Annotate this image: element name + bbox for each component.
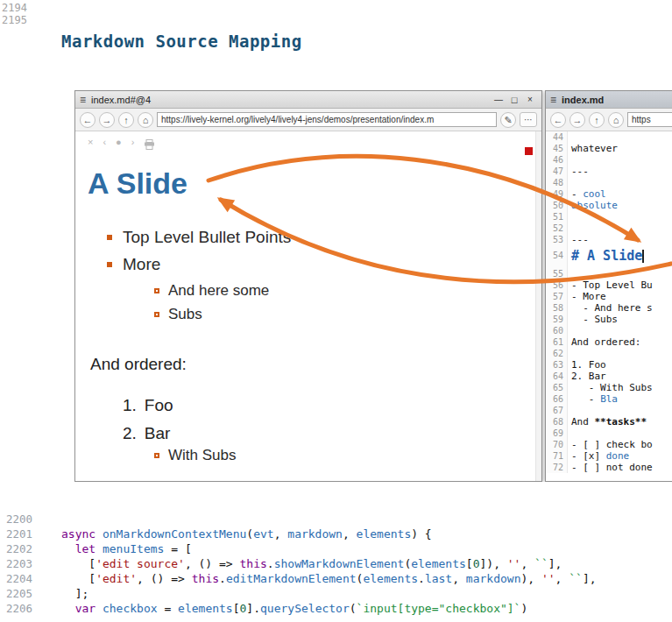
back-button[interactable]: ←: [550, 112, 566, 128]
line-content: var checkbox = elements[0].querySelector…: [32, 601, 527, 616]
line-content: [568, 211, 571, 223]
bullet-square-icon: [107, 235, 112, 240]
presentation-control-icon[interactable]: ●: [116, 137, 122, 147]
home-button[interactable]: ⌂: [138, 112, 153, 128]
line-content: let menuItems = [: [32, 541, 192, 556]
code-line[interactable]: 2203 ['edit source', () => this.showMark…: [0, 556, 672, 571]
code-line[interactable]: 2205 ];: [0, 586, 672, 601]
forward-button[interactable]: →: [569, 112, 585, 128]
editor-line[interactable]: 70 - [ ] check bo: [546, 439, 672, 450]
section-heading: Markdown Source Mapping: [61, 32, 302, 51]
editor-line[interactable]: 71 - [x] done: [546, 450, 672, 462]
line-number: 66: [546, 393, 568, 405]
editor-line[interactable]: 72 - [ ] not done: [546, 462, 672, 473]
screenshot-figure: ≡ index.md#@4 — □ × ← → ↑ ⌂ ✎ ⋯: [74, 90, 672, 482]
line-number: 60: [546, 325, 568, 336]
line-number: 51: [546, 211, 568, 223]
line-content: whatever: [568, 143, 618, 154]
close-button[interactable]: ×: [523, 93, 537, 106]
editor-line[interactable]: 69: [546, 428, 672, 439]
editor-line[interactable]: 59 - Subs: [546, 314, 672, 325]
editor-line[interactable]: 47 ---: [546, 166, 672, 177]
code-line[interactable]: 2201 async onMarkdownContextMenu(evt, ma…: [0, 527, 672, 541]
more-options-button[interactable]: ⋯: [520, 112, 537, 127]
editor-line[interactable]: 53 ---: [546, 234, 672, 245]
editor-line[interactable]: 60: [546, 325, 672, 336]
editor-line[interactable]: 55: [546, 268, 672, 279]
editor-line[interactable]: 44: [546, 131, 672, 143]
code-editor[interactable]: 2200 2201 async onMarkdownContextMenu(ev…: [0, 512, 672, 616]
editor-line[interactable]: 56 - Top Level Bu: [546, 279, 672, 291]
editor-line[interactable]: 52: [546, 223, 672, 234]
bullet-text: With Subs: [168, 446, 236, 465]
presentation-control-icon[interactable]: ×: [88, 137, 93, 147]
home-button[interactable]: ⌂: [608, 112, 624, 128]
presentation-control-icon[interactable]: ‹: [103, 137, 106, 147]
line-number: 52: [546, 223, 568, 234]
editor-line[interactable]: 65 - With Subs: [546, 382, 672, 393]
editor-line[interactable]: 67: [546, 405, 672, 416]
editor-line[interactable]: 49 - cool: [546, 188, 672, 200]
editor-line[interactable]: 61 And ordered:: [546, 336, 672, 348]
line-content: [568, 131, 571, 143]
editor-line[interactable]: 54 # A Slide: [546, 245, 672, 268]
editor-line[interactable]: 57 - More: [546, 291, 672, 302]
paragraph: And ordered:: [90, 355, 187, 374]
line-number: 47: [546, 166, 568, 177]
window-titlebar[interactable]: ≡ index.md: [546, 91, 672, 109]
editor-line[interactable]: 64 2. Bar: [546, 371, 672, 382]
code-line[interactable]: 2206 var checkbox = elements[0].querySel…: [0, 601, 672, 616]
url-input[interactable]: [627, 112, 672, 127]
editor-line[interactable]: 62: [546, 348, 672, 359]
minimize-button[interactable]: —: [492, 93, 506, 106]
presentation-controls: ×‹●›: [88, 137, 134, 147]
up-button[interactable]: ↑: [589, 112, 605, 128]
forward-button[interactable]: →: [99, 112, 115, 128]
editor-line[interactable]: 51: [546, 211, 672, 223]
editor-line[interactable]: 58 - And here s: [546, 302, 672, 314]
presentation-control-icon[interactable]: ›: [131, 137, 135, 147]
line-content: ---: [568, 234, 589, 245]
hamburger-menu-icon[interactable]: ≡: [80, 94, 86, 106]
line-content: [568, 348, 571, 359]
line-number: 58: [546, 302, 568, 314]
up-button[interactable]: ↑: [118, 112, 134, 128]
editor-line[interactable]: 63 1. Foo: [546, 359, 672, 371]
line-content: [568, 154, 571, 166]
editor-line[interactable]: 48: [546, 177, 672, 188]
bullet-hollow-square-icon: [154, 312, 159, 317]
bullet-hollow-square-icon: [154, 453, 159, 458]
window-titlebar[interactable]: ≡ index.md#@4 — □ ×: [75, 91, 541, 109]
line-number: 48: [546, 177, 568, 188]
url-input[interactable]: [157, 112, 497, 127]
line-number: 67: [546, 405, 568, 416]
code-line[interactable]: 2204 ['edit', () => this.editMarkdownEle…: [0, 571, 672, 586]
line-number: 46: [546, 154, 568, 166]
editor-line[interactable]: 50 absolute: [546, 200, 672, 211]
line-number: 54: [546, 245, 568, 268]
window-title: index.md#@4: [91, 95, 151, 105]
source-editor[interactable]: 44 45 whatever 46 47: [546, 131, 672, 481]
hamburger-menu-icon[interactable]: ≡: [550, 94, 556, 106]
maximize-button[interactable]: □: [507, 93, 521, 106]
edit-pencil-button[interactable]: ✎: [500, 112, 516, 128]
scrollbar[interactable]: [535, 131, 541, 481]
line-content: ];: [32, 586, 88, 601]
code-line[interactable]: 2200: [0, 512, 672, 527]
browser-window-preview: ≡ index.md#@4 — □ × ← → ↑ ⌂ ✎ ⋯: [74, 90, 542, 482]
editor-line[interactable]: 45 whatever: [546, 143, 672, 154]
line-number: 53: [546, 234, 568, 245]
code-line[interactable]: 2202 let menuItems = [: [0, 541, 672, 556]
editor-line[interactable]: 46: [546, 154, 672, 166]
editor-line[interactable]: 68 And **tasks**: [546, 416, 672, 428]
print-icon[interactable]: [144, 139, 155, 150]
editor-line[interactable]: 66 - Bla: [546, 393, 672, 405]
line-content: - Bla: [568, 393, 618, 405]
line-content: [568, 405, 571, 416]
ordered-text: Foo: [145, 396, 173, 415]
line-content: [568, 268, 571, 279]
line-number: 2204: [0, 571, 32, 586]
back-button[interactable]: ←: [80, 112, 95, 128]
line-content: - Subs: [568, 314, 618, 325]
line-number: 2203: [0, 556, 32, 571]
